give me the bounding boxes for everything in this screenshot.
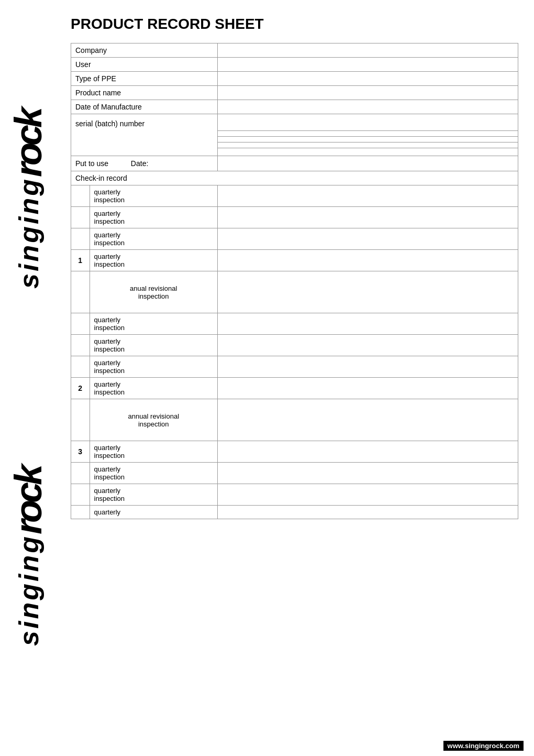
- brand-rock-bottom: rock: [13, 467, 44, 534]
- put-to-use-label: Put to use: [75, 159, 108, 168]
- serial-value-5[interactable]: [218, 148, 518, 156]
- website-label: www.singingrock.com: [448, 742, 519, 750]
- product-name-label: Product name: [71, 86, 218, 100]
- year2-q3-value[interactable]: [218, 356, 518, 378]
- year1-q1-value[interactable]: [218, 185, 518, 207]
- year1-q2-spacer: [71, 207, 90, 228]
- year3-q1-label: quarterlyinspection: [90, 441, 217, 462]
- user-row: User: [71, 58, 518, 72]
- year2-q2-row: quarterlyinspection: [71, 335, 518, 356]
- year2-q2-value[interactable]: [218, 335, 518, 356]
- ppe-label: Type of PPE: [71, 72, 218, 86]
- company-value[interactable]: [218, 43, 518, 58]
- year2-annual-spacer: [71, 399, 90, 441]
- year3-q2-spacer: [71, 463, 90, 484]
- year2-q3-spacer: [71, 356, 90, 377]
- serial-value-4[interactable]: [218, 142, 518, 148]
- year2-q4-row: 2 quarterlyinspection: [71, 378, 518, 399]
- year1-q3-value[interactable]: [218, 228, 518, 250]
- year3-q1-value[interactable]: [218, 441, 518, 463]
- year2-q1-value[interactable]: [218, 313, 518, 335]
- year1-q1-row: quarterlyinspection: [71, 185, 518, 207]
- year2-annual-row: annual revisionalinspection: [71, 399, 518, 441]
- website-footer: www.singingrock.com: [443, 741, 524, 751]
- ppe-row: Type of PPE: [71, 72, 518, 86]
- year1-q4-row: 1 quarterlyinspection: [71, 250, 518, 271]
- year2-annual-value[interactable]: [218, 399, 518, 441]
- year3-number: 3: [71, 441, 90, 462]
- put-to-use-row: Put to use Date:: [71, 156, 518, 171]
- serial-value-3[interactable]: [218, 136, 518, 142]
- year1-spacer: [71, 185, 90, 206]
- year1-number: 1: [71, 250, 90, 271]
- sidebar: rock singing rock singing: [0, 0, 58, 756]
- product-name-row: Product name: [71, 86, 518, 100]
- main-content: PRODUCT RECORD SHEET Company User Type o…: [60, 0, 534, 535]
- year2-annual-label: annual revisionalinspection: [90, 399, 217, 441]
- brand-rock-top: rock: [13, 110, 44, 177]
- year1-q2-value[interactable]: [218, 207, 518, 228]
- year3-q3-value[interactable]: [218, 484, 518, 506]
- year2-q4-value[interactable]: [218, 378, 518, 399]
- year1-q2-row: quarterlyinspection: [71, 207, 518, 228]
- put-to-use-cell: Put to use Date:: [71, 156, 218, 171]
- year3-q1-row: 3 quarterlyinspection: [71, 441, 518, 463]
- year3-q3-label: quarterlyinspection: [90, 484, 217, 505]
- year3-q3-spacer: [71, 484, 90, 505]
- user-value[interactable]: [218, 58, 518, 72]
- year2-q3-row: quarterlyinspection: [71, 356, 518, 378]
- serial-label: serial (batch) number: [71, 114, 218, 131]
- year2-q1-label: quarterlyinspection: [90, 313, 217, 334]
- year1-annual-label: anual revisionalinspection: [90, 271, 217, 313]
- serial-row-3: [71, 136, 518, 142]
- serial-empty-4: [71, 142, 218, 148]
- year3-q2-value[interactable]: [218, 463, 518, 484]
- page-title: PRODUCT RECORD SHEET: [71, 16, 518, 32]
- year2-q1-spacer: [71, 313, 90, 334]
- year1-q3-spacer: [71, 228, 90, 249]
- year1-annual-row: anual revisionalinspection: [71, 271, 518, 313]
- year2-q4-label: quarterlyinspection: [90, 378, 217, 399]
- year1-q3-row: quarterlyinspection: [71, 228, 518, 250]
- date-label: Date:: [131, 159, 148, 168]
- year2-q2-label: quarterlyinspection: [90, 335, 217, 356]
- serial-empty-3: [71, 136, 218, 142]
- year3-q3-row: quarterlyinspection: [71, 484, 518, 506]
- year1-q2-label: quarterlyinspection: [90, 207, 217, 228]
- year2-number: 2: [71, 378, 90, 399]
- check-in-header-row: Check-in record: [71, 171, 518, 185]
- year3-q4-row: quarterly: [71, 506, 518, 519]
- year2-q1-row: quarterlyinspection: [71, 313, 518, 335]
- year3-q2-label: quarterlyinspection: [90, 463, 217, 484]
- year1-annual-spacer: [71, 271, 90, 313]
- check-in-label: Check-in record: [71, 171, 518, 185]
- company-label: Company: [71, 43, 218, 58]
- serial-row-1: serial (batch) number: [71, 114, 518, 131]
- form-table: Company User Type of PPE Product name Da…: [71, 43, 518, 519]
- product-name-value[interactable]: [218, 86, 518, 100]
- year2-q2-spacer: [71, 335, 90, 356]
- brand-singing-top: singing: [15, 177, 42, 289]
- serial-value-1[interactable]: [218, 114, 518, 131]
- year3-q2-row: quarterlyinspection: [71, 463, 518, 484]
- company-row: Company: [71, 43, 518, 58]
- serial-row-4: [71, 142, 518, 148]
- put-to-use-value[interactable]: [218, 156, 518, 171]
- year3-q4-label: quarterly: [90, 506, 217, 519]
- year3-q4-value[interactable]: [218, 506, 518, 519]
- serial-empty-2: [71, 130, 218, 136]
- year1-q1-label: quarterlyinspection: [90, 185, 217, 206]
- manufacture-date-row: Date of Manufacture: [71, 100, 518, 114]
- user-label: User: [71, 58, 218, 72]
- year1-annual-value[interactable]: [218, 271, 518, 313]
- manufacture-date-value[interactable]: [218, 100, 518, 114]
- serial-value-2[interactable]: [218, 130, 518, 136]
- year1-q4-label: quarterlyinspection: [90, 250, 217, 271]
- serial-row-5: [71, 148, 518, 156]
- manufacture-date-label: Date of Manufacture: [71, 100, 218, 114]
- brand-singing-bottom: singing: [15, 534, 42, 646]
- year3-q4-spacer: [71, 506, 90, 519]
- year1-q3-label: quarterlyinspection: [90, 228, 217, 249]
- year1-q4-value[interactable]: [218, 250, 518, 271]
- ppe-value[interactable]: [218, 72, 518, 86]
